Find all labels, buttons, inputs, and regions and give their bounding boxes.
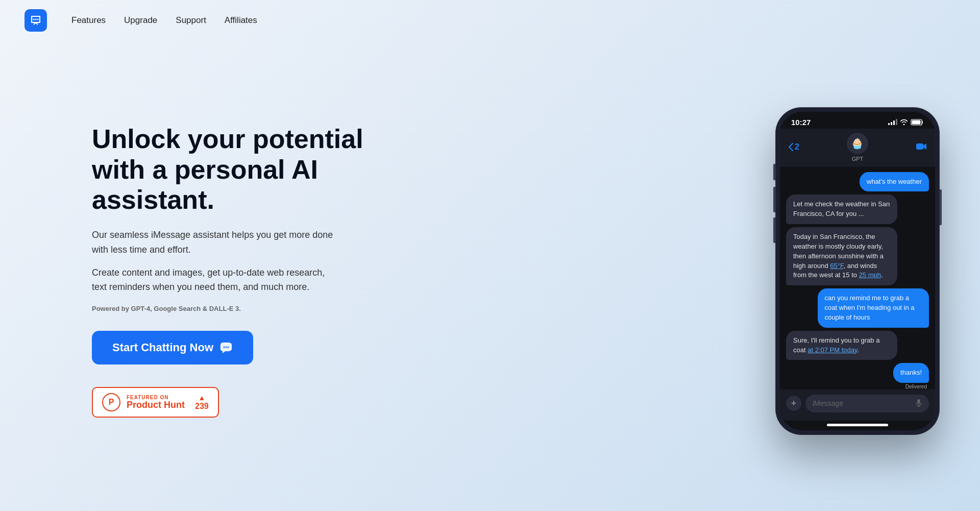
svg-rect-9 xyxy=(916,143,923,150)
wifi-icon xyxy=(900,119,908,125)
svg-point-6 xyxy=(228,347,229,348)
wind-link[interactable]: 25 mph xyxy=(859,271,881,279)
svg-point-2 xyxy=(37,19,39,20)
battery-icon xyxy=(911,119,924,126)
svg-point-1 xyxy=(35,19,37,20)
nav-features[interactable]: Features xyxy=(71,15,106,25)
powered-by-text: Powered by GPT-4, Google Search & DALL-E… xyxy=(92,305,378,312)
imessage-input-field[interactable]: iMessage xyxy=(805,395,929,412)
signal-icon xyxy=(888,119,897,125)
svg-point-5 xyxy=(226,347,227,348)
message-received-3: Sure, I'll remind you to grab a coat at … xyxy=(786,331,897,360)
chat-contact-info[interactable]: 🧁 GPT xyxy=(847,133,868,162)
video-call-button[interactable] xyxy=(916,141,927,153)
ph-logo-circle: P xyxy=(102,393,120,411)
back-count: 2 xyxy=(795,142,799,152)
cta-label: Start Chatting Now xyxy=(112,341,213,354)
status-time: 10:27 xyxy=(791,118,811,127)
ph-count: 239 xyxy=(195,402,209,411)
chevron-left-icon xyxy=(788,143,793,151)
hero-section: Unlock your potential with a personal AI… xyxy=(0,41,980,511)
phone-power-btn xyxy=(940,189,942,225)
message-sent-1: what's the weather xyxy=(860,172,929,192)
imessage-bar: + iMessage xyxy=(780,390,935,421)
svg-rect-8 xyxy=(912,120,921,124)
svg-rect-10 xyxy=(918,399,920,404)
hero-phone: 10:27 xyxy=(776,108,939,434)
phone-screen: 10:27 xyxy=(780,112,935,430)
phone-silent-switch xyxy=(773,164,775,180)
back-button[interactable]: 2 xyxy=(788,142,799,152)
product-hunt-badge[interactable]: P FEATURED ON Product Hunt ▲ 239 xyxy=(92,387,219,418)
reminder-link[interactable]: at 2:07 PM today xyxy=(807,346,857,354)
message-received-1: Let me check the weather in San Francisc… xyxy=(786,194,897,224)
message-list: what's the weather Let me check the weat… xyxy=(780,167,935,390)
svg-point-0 xyxy=(33,19,35,20)
nav-affiliates[interactable]: Affiliates xyxy=(225,15,257,25)
svg-point-4 xyxy=(224,347,225,348)
ph-count-wrap: ▲ 239 xyxy=(195,394,209,411)
nav-support[interactable]: Support xyxy=(176,15,206,25)
video-icon xyxy=(916,142,927,151)
nav-links: Features Upgrade Support Affiliates xyxy=(71,15,257,26)
chat-contact-name: GPT xyxy=(852,156,864,162)
hero-title: Unlock your potential with a personal AI… xyxy=(92,124,378,215)
navbar: Features Upgrade Support Affiliates xyxy=(0,0,980,41)
ph-text: FEATURED ON Product Hunt xyxy=(127,395,185,410)
phone-vol-up-btn xyxy=(773,187,775,212)
mic-icon[interactable] xyxy=(916,399,922,408)
status-bar: 10:27 xyxy=(780,112,935,129)
attachment-button[interactable]: + xyxy=(786,396,801,411)
temp-link[interactable]: 65°F xyxy=(830,262,843,270)
status-icons xyxy=(888,119,924,126)
message-received-2: Today in San Francisco, the weather is m… xyxy=(786,227,897,285)
chat-header: 2 🧁 GPT xyxy=(780,129,935,167)
delivered-label: Delivered xyxy=(905,384,929,389)
cta-button[interactable]: Start Chatting Now xyxy=(92,331,253,364)
ph-name: Product Hunt xyxy=(127,400,185,410)
ph-upvote-arrow: ▲ xyxy=(198,394,205,402)
hero-left: Unlock your potential with a personal AI… xyxy=(92,124,378,418)
hero-desc1: Our seamless iMessage assistant helps yo… xyxy=(92,228,337,257)
avatar-emoji: 🧁 xyxy=(851,137,864,150)
home-indicator xyxy=(827,424,888,426)
phone-mockup: 10:27 xyxy=(776,108,939,434)
logo[interactable] xyxy=(24,9,47,32)
hero-desc2: Create content and images, get up-to-dat… xyxy=(92,265,337,295)
ph-logo-letter: P xyxy=(109,398,114,407)
message-sent-2: can you remind me to grab a coat when I'… xyxy=(818,288,929,328)
phone-vol-down-btn xyxy=(773,217,775,243)
avatar: 🧁 xyxy=(847,133,868,154)
nav-upgrade[interactable]: Upgrade xyxy=(124,15,157,25)
chat-icon xyxy=(219,341,233,354)
message-sent-3: thanks! xyxy=(893,363,929,383)
imessage-placeholder: iMessage xyxy=(813,399,843,407)
